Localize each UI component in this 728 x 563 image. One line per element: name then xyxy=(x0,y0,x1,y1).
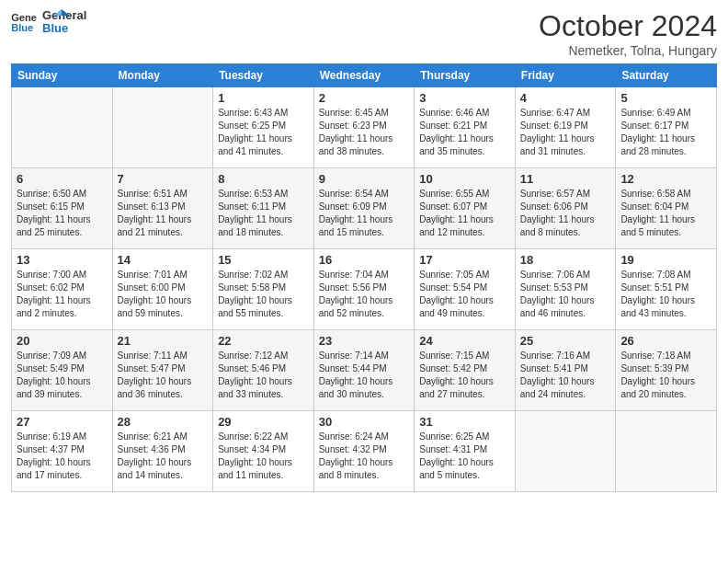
day-info: Sunrise: 7:09 AM Sunset: 5:49 PM Dayligh… xyxy=(17,350,108,401)
day-number: 25 xyxy=(520,334,611,348)
calendar-cell: 6Sunrise: 6:50 AM Sunset: 6:15 PM Daylig… xyxy=(12,168,113,249)
calendar-cell: 23Sunrise: 7:14 AM Sunset: 5:44 PM Dayli… xyxy=(313,330,415,411)
day-number: 24 xyxy=(419,334,510,348)
day-info: Sunrise: 6:55 AM Sunset: 6:07 PM Dayligh… xyxy=(419,188,510,239)
day-number: 5 xyxy=(620,91,711,105)
day-info: Sunrise: 6:50 AM Sunset: 6:15 PM Dayligh… xyxy=(17,188,108,239)
day-info: Sunrise: 6:46 AM Sunset: 6:21 PM Dayligh… xyxy=(419,107,510,158)
day-info: Sunrise: 7:01 AM Sunset: 6:00 PM Dayligh… xyxy=(118,269,209,320)
calendar-cell: 17Sunrise: 7:05 AM Sunset: 5:54 PM Dayli… xyxy=(415,249,516,330)
calendar-cell: 14Sunrise: 7:01 AM Sunset: 6:00 PM Dayli… xyxy=(112,249,213,330)
day-number: 19 xyxy=(620,253,711,267)
calendar-cell: 24Sunrise: 7:15 AM Sunset: 5:42 PM Dayli… xyxy=(415,330,516,411)
week-row: 1Sunrise: 6:43 AM Sunset: 6:25 PM Daylig… xyxy=(12,87,717,168)
calendar-container: General Blue General Blue October 2024 N… xyxy=(0,0,728,501)
calendar-cell xyxy=(616,411,717,492)
month-title: October 2024 xyxy=(539,9,717,43)
day-info: Sunrise: 6:49 AM Sunset: 6:17 PM Dayligh… xyxy=(620,107,711,158)
calendar-cell: 27Sunrise: 6:19 AM Sunset: 4:37 PM Dayli… xyxy=(12,411,113,492)
day-info: Sunrise: 6:58 AM Sunset: 6:04 PM Dayligh… xyxy=(620,188,711,239)
day-number: 31 xyxy=(419,415,510,429)
day-number: 22 xyxy=(218,334,309,348)
day-number: 6 xyxy=(17,172,108,186)
day-info: Sunrise: 7:04 AM Sunset: 5:56 PM Dayligh… xyxy=(319,269,410,320)
day-info: Sunrise: 7:02 AM Sunset: 5:58 PM Dayligh… xyxy=(218,269,309,320)
day-number: 14 xyxy=(118,253,209,267)
calendar-cell: 9Sunrise: 6:54 AM Sunset: 6:09 PM Daylig… xyxy=(313,168,415,249)
calendar-cell: 15Sunrise: 7:02 AM Sunset: 5:58 PM Dayli… xyxy=(213,249,314,330)
calendar-cell: 13Sunrise: 7:00 AM Sunset: 6:02 PM Dayli… xyxy=(12,249,113,330)
calendar-cell: 12Sunrise: 6:58 AM Sunset: 6:04 PM Dayli… xyxy=(616,168,717,249)
calendar-cell xyxy=(112,87,213,168)
calendar-cell: 3Sunrise: 6:46 AM Sunset: 6:21 PM Daylig… xyxy=(415,87,516,168)
calendar-cell: 10Sunrise: 6:55 AM Sunset: 6:07 PM Dayli… xyxy=(415,168,516,249)
calendar-cell: 11Sunrise: 6:57 AM Sunset: 6:06 PM Dayli… xyxy=(515,168,616,249)
day-number: 1 xyxy=(218,91,309,105)
logo-icon: General Blue xyxy=(11,11,37,33)
col-header-thursday: Thursday xyxy=(415,64,516,87)
day-info: Sunrise: 6:21 AM Sunset: 4:36 PM Dayligh… xyxy=(118,431,209,482)
day-info: Sunrise: 7:00 AM Sunset: 6:02 PM Dayligh… xyxy=(17,269,108,320)
calendar-cell: 30Sunrise: 6:24 AM Sunset: 4:32 PM Dayli… xyxy=(313,411,415,492)
calendar-cell xyxy=(515,411,616,492)
day-info: Sunrise: 7:14 AM Sunset: 5:44 PM Dayligh… xyxy=(319,350,410,401)
col-header-friday: Friday xyxy=(515,64,616,87)
day-number: 15 xyxy=(218,253,309,267)
day-number: 18 xyxy=(520,253,611,267)
day-info: Sunrise: 7:08 AM Sunset: 5:51 PM Dayligh… xyxy=(620,269,711,320)
calendar-cell xyxy=(12,87,113,168)
calendar-cell: 1Sunrise: 6:43 AM Sunset: 6:25 PM Daylig… xyxy=(213,87,314,168)
header-row: SundayMondayTuesdayWednesdayThursdayFrid… xyxy=(12,64,717,87)
location-subtitle: Nemetker, Tolna, Hungary xyxy=(539,43,717,58)
day-number: 23 xyxy=(319,334,410,348)
day-info: Sunrise: 6:51 AM Sunset: 6:13 PM Dayligh… xyxy=(118,188,209,239)
calendar-cell: 4Sunrise: 6:47 AM Sunset: 6:19 PM Daylig… xyxy=(515,87,616,168)
day-number: 28 xyxy=(118,415,209,429)
day-info: Sunrise: 6:57 AM Sunset: 6:06 PM Dayligh… xyxy=(520,188,611,239)
day-info: Sunrise: 6:24 AM Sunset: 4:32 PM Dayligh… xyxy=(319,431,410,482)
svg-marker-4 xyxy=(53,9,62,16)
week-row: 6Sunrise: 6:50 AM Sunset: 6:15 PM Daylig… xyxy=(12,168,717,249)
day-number: 27 xyxy=(17,415,108,429)
calendar-cell: 22Sunrise: 7:12 AM Sunset: 5:46 PM Dayli… xyxy=(213,330,314,411)
day-info: Sunrise: 6:22 AM Sunset: 4:34 PM Dayligh… xyxy=(218,431,309,482)
logo: General Blue General Blue xyxy=(11,9,70,36)
day-number: 17 xyxy=(419,253,510,267)
day-number: 26 xyxy=(620,334,711,348)
day-number: 16 xyxy=(319,253,410,267)
day-number: 8 xyxy=(218,172,309,186)
day-info: Sunrise: 6:25 AM Sunset: 4:31 PM Dayligh… xyxy=(419,431,510,482)
day-info: Sunrise: 6:53 AM Sunset: 6:11 PM Dayligh… xyxy=(218,188,309,239)
day-number: 4 xyxy=(520,91,611,105)
logo-blue-text: Blue xyxy=(42,22,86,35)
day-number: 20 xyxy=(17,334,108,348)
day-info: Sunrise: 7:06 AM Sunset: 5:53 PM Dayligh… xyxy=(520,269,611,320)
day-number: 9 xyxy=(319,172,410,186)
calendar-cell: 25Sunrise: 7:16 AM Sunset: 5:41 PM Dayli… xyxy=(515,330,616,411)
day-info: Sunrise: 7:18 AM Sunset: 5:39 PM Dayligh… xyxy=(620,350,711,401)
week-row: 27Sunrise: 6:19 AM Sunset: 4:37 PM Dayli… xyxy=(12,411,717,492)
calendar-table: SundayMondayTuesdayWednesdayThursdayFrid… xyxy=(11,63,717,492)
calendar-cell: 26Sunrise: 7:18 AM Sunset: 5:39 PM Dayli… xyxy=(616,330,717,411)
week-row: 20Sunrise: 7:09 AM Sunset: 5:49 PM Dayli… xyxy=(12,330,717,411)
day-info: Sunrise: 6:19 AM Sunset: 4:37 PM Dayligh… xyxy=(17,431,108,482)
day-number: 10 xyxy=(419,172,510,186)
title-section: October 2024 Nemetker, Tolna, Hungary xyxy=(539,9,717,58)
calendar-cell: 18Sunrise: 7:06 AM Sunset: 5:53 PM Dayli… xyxy=(515,249,616,330)
svg-marker-3 xyxy=(62,9,70,16)
day-number: 3 xyxy=(419,91,510,105)
day-number: 12 xyxy=(620,172,711,186)
calendar-cell: 8Sunrise: 6:53 AM Sunset: 6:11 PM Daylig… xyxy=(213,168,314,249)
logo-bird-icon xyxy=(53,7,70,24)
day-number: 7 xyxy=(118,172,209,186)
col-header-tuesday: Tuesday xyxy=(213,64,314,87)
day-info: Sunrise: 7:15 AM Sunset: 5:42 PM Dayligh… xyxy=(419,350,510,401)
calendar-cell: 5Sunrise: 6:49 AM Sunset: 6:17 PM Daylig… xyxy=(616,87,717,168)
col-header-monday: Monday xyxy=(112,64,213,87)
calendar-cell: 7Sunrise: 6:51 AM Sunset: 6:13 PM Daylig… xyxy=(112,168,213,249)
calendar-cell: 20Sunrise: 7:09 AM Sunset: 5:49 PM Dayli… xyxy=(12,330,113,411)
week-row: 13Sunrise: 7:00 AM Sunset: 6:02 PM Dayli… xyxy=(12,249,717,330)
day-number: 21 xyxy=(118,334,209,348)
calendar-cell: 28Sunrise: 6:21 AM Sunset: 4:36 PM Dayli… xyxy=(112,411,213,492)
calendar-cell: 29Sunrise: 6:22 AM Sunset: 4:34 PM Dayli… xyxy=(213,411,314,492)
